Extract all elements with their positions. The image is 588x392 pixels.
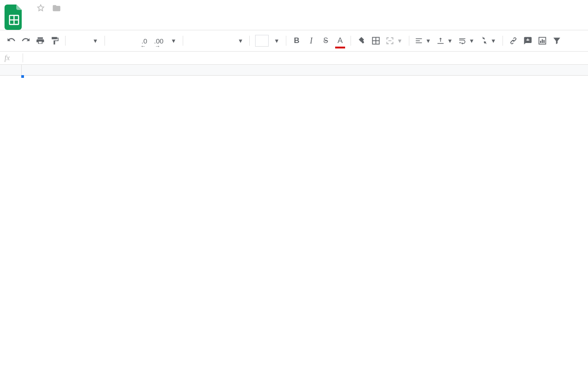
chevron-down-icon: ▾ bbox=[92, 37, 99, 45]
svg-rect-10 bbox=[544, 40, 545, 43]
italic-button[interactable]: I bbox=[304, 34, 318, 48]
chevron-down-icon: ▾ bbox=[273, 37, 280, 45]
svg-rect-8 bbox=[540, 41, 541, 43]
menu-bar bbox=[30, 15, 136, 20]
strikethrough-button[interactable]: S bbox=[319, 34, 332, 48]
chevron-down-icon: ▾ bbox=[237, 37, 244, 45]
format-currency-button[interactable] bbox=[109, 34, 122, 48]
fill-color-button[interactable] bbox=[355, 34, 368, 48]
sheets-logo-icon bbox=[5, 5, 24, 30]
horizontal-align-button[interactable]: ▾ bbox=[413, 37, 434, 45]
selected-cell-outline bbox=[22, 76, 24, 77]
folder-move-icon[interactable] bbox=[52, 4, 62, 13]
select-all-corner[interactable] bbox=[0, 65, 22, 75]
filter-button[interactable] bbox=[550, 34, 564, 48]
font-size-select[interactable]: ▾ bbox=[253, 35, 282, 47]
insert-chart-button[interactable] bbox=[536, 34, 549, 48]
decrease-decimal-button[interactable]: .0← bbox=[138, 34, 151, 48]
borders-button[interactable] bbox=[369, 34, 383, 48]
chevron-down-icon: ▾ bbox=[425, 37, 432, 45]
star-icon[interactable] bbox=[36, 4, 45, 13]
paint-format-icon[interactable] bbox=[48, 34, 62, 48]
vertical-align-button[interactable]: ▾ bbox=[435, 37, 455, 45]
toolbar: ▾ .0← .00→ ▾ ▾ ▾ B I S A ▾ ▾ ▾ ▾ ▾ bbox=[0, 30, 588, 51]
text-color-button[interactable]: A bbox=[333, 34, 347, 48]
insert-link-button[interactable] bbox=[507, 34, 520, 48]
font-family-select[interactable]: ▾ bbox=[187, 37, 246, 45]
bold-button[interactable]: B bbox=[290, 34, 303, 48]
chevron-down-icon: ▾ bbox=[396, 37, 403, 45]
text-wrap-button[interactable]: ▾ bbox=[456, 37, 477, 45]
insert-comment-button[interactable] bbox=[521, 34, 535, 48]
number-format-select[interactable]: ▾ bbox=[166, 37, 179, 45]
text-rotation-button[interactable]: ▾ bbox=[478, 37, 499, 45]
column-headers bbox=[0, 65, 588, 76]
redo-icon[interactable] bbox=[19, 34, 33, 48]
title-bar bbox=[0, 0, 588, 30]
spreadsheet-grid bbox=[0, 65, 588, 76]
undo-icon[interactable] bbox=[5, 34, 18, 48]
fx-icon: fx bbox=[5, 54, 18, 62]
chevron-down-icon: ▾ bbox=[170, 37, 177, 45]
chevron-down-icon: ▾ bbox=[490, 37, 497, 45]
increase-decimal-button[interactable]: .00→ bbox=[152, 34, 166, 48]
zoom-select[interactable]: ▾ bbox=[69, 37, 101, 45]
format-percent-button[interactable] bbox=[123, 34, 137, 48]
print-icon[interactable] bbox=[33, 34, 47, 48]
chevron-down-icon: ▾ bbox=[446, 37, 454, 45]
merge-cells-button[interactable]: ▾ bbox=[384, 36, 405, 45]
chevron-down-icon: ▾ bbox=[468, 37, 475, 45]
svg-rect-9 bbox=[542, 39, 543, 43]
formula-bar[interactable]: fx bbox=[0, 51, 588, 65]
